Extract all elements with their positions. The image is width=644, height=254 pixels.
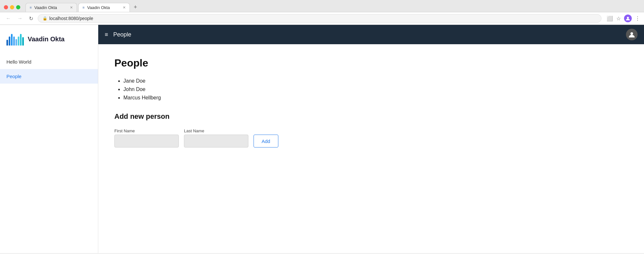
sidebar: Vaadin Okta Hello World People <box>0 25 98 253</box>
add-person-button[interactable]: Add <box>254 135 278 147</box>
browser-tab-1[interactable]: ≡ Vaadin Okta ✕ <box>25 3 77 12</box>
new-tab-button[interactable]: + <box>131 3 140 12</box>
user-avatar[interactable] <box>626 29 638 40</box>
minimize-traffic-light[interactable] <box>10 5 14 9</box>
svg-point-0 <box>627 17 629 19</box>
svg-point-1 <box>630 32 633 35</box>
tab-close-2[interactable]: ✕ <box>123 5 126 10</box>
main-wrapper: ≡ People People Jane Doe John Doe Marcus… <box>98 25 644 253</box>
tab-icon-2: ≡ <box>82 5 84 9</box>
logo-bar-7 <box>20 34 22 46</box>
browser-chrome: ≡ Vaadin Okta ✕ ≡ Vaadin Okta ✕ + ← → ↻ … <box>0 0 644 25</box>
first-name-input[interactable] <box>114 135 179 147</box>
logo-bar-8 <box>22 37 24 46</box>
main-content: People Jane Doe John Doe Marcus Hellberg… <box>98 44 644 253</box>
app-container: Vaadin Okta Hello World People ≡ People <box>0 25 644 253</box>
sidebar-nav: Hello World People <box>0 55 98 84</box>
last-name-input[interactable] <box>184 135 248 147</box>
first-name-field-group: First Name <box>114 128 179 147</box>
sidebar-item-people[interactable]: People <box>0 69 98 84</box>
bookmark-button[interactable]: ☆ <box>616 15 621 22</box>
list-item: Jane Doe <box>123 77 628 85</box>
last-name-label: Last Name <box>184 128 248 133</box>
logo-bar-2 <box>9 36 10 46</box>
logo-bar-3 <box>11 34 13 46</box>
forward-button[interactable]: → <box>15 15 24 22</box>
sidebar-logo: Vaadin Okta <box>0 25 98 55</box>
list-item: Marcus Hellberg <box>123 94 628 102</box>
list-item: John Doe <box>123 85 628 94</box>
reload-button[interactable]: ↻ <box>27 15 35 22</box>
address-bar[interactable]: 🔒 localhost:8080/people <box>38 14 601 23</box>
last-name-field-group: Last Name <box>184 128 248 147</box>
top-nav: ≡ People <box>98 25 644 44</box>
page-title: People <box>114 57 628 69</box>
lock-icon: 🔒 <box>43 16 47 21</box>
traffic-lights <box>4 5 20 9</box>
hamburger-menu-button[interactable]: ≡ <box>105 31 108 38</box>
first-name-label: First Name <box>114 128 179 133</box>
logo-bar-1 <box>6 40 8 46</box>
profile-avatar[interactable] <box>624 15 632 22</box>
tab-label-1: Vaadin Okta <box>34 5 57 10</box>
back-button[interactable]: ← <box>4 15 13 22</box>
close-traffic-light[interactable] <box>4 5 8 9</box>
address-bar-row: ← → ↻ 🔒 localhost:8080/people ⬜ ☆ ⋮ <box>0 12 644 25</box>
app-title: Vaadin Okta <box>28 36 65 43</box>
top-nav-title: People <box>113 31 626 38</box>
tab-bar: ≡ Vaadin Okta ✕ ≡ Vaadin Okta ✕ + <box>0 0 644 12</box>
address-text: localhost:8080/people <box>49 16 93 21</box>
fullscreen-traffic-light[interactable] <box>16 5 20 9</box>
browser-actions: ⬜ ☆ ⋮ <box>607 15 640 22</box>
logo-icon <box>6 33 24 46</box>
tab-icon-1: ≡ <box>30 5 32 9</box>
external-link-button[interactable]: ⬜ <box>607 15 613 22</box>
browser-tab-2[interactable]: ≡ Vaadin Okta ✕ <box>78 3 130 12</box>
add-person-form: First Name Last Name Add <box>114 128 628 147</box>
logo-bar-6 <box>18 36 19 46</box>
logo-bar-5 <box>15 39 17 46</box>
tab-label-2: Vaadin Okta <box>87 5 110 10</box>
add-section-title: Add new person <box>114 112 628 121</box>
more-options-button[interactable]: ⋮ <box>635 15 640 22</box>
people-list: Jane Doe John Doe Marcus Hellberg <box>114 77 628 102</box>
tab-close-1[interactable]: ✕ <box>70 5 73 10</box>
logo-bar-4 <box>13 36 15 46</box>
sidebar-item-hello-world[interactable]: Hello World <box>0 55 98 69</box>
